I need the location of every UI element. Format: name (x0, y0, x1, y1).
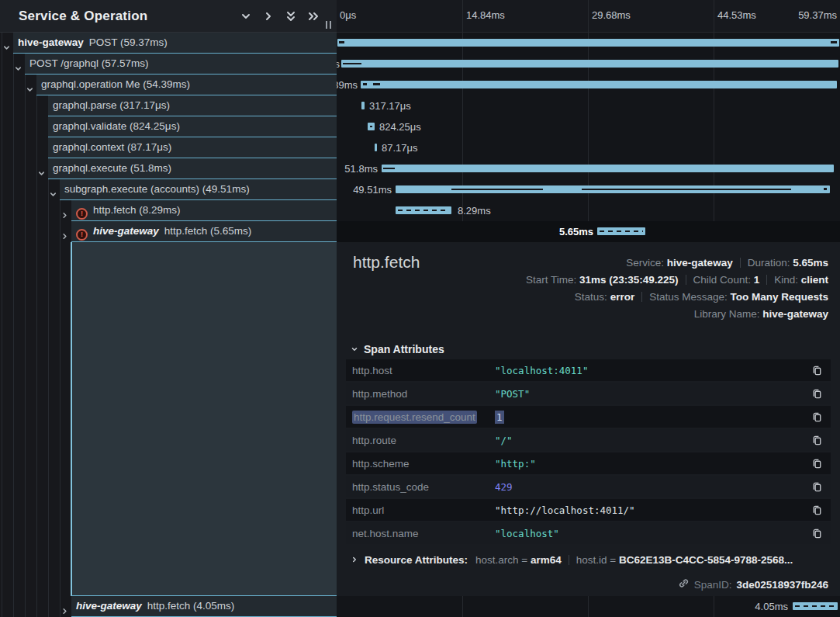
resource-attr-value: arm64 (531, 554, 562, 566)
duration-label: 317.17μs (369, 100, 411, 112)
span-row-graphql-validate[interactable]: graphql.validate (824.25μs) (48, 116, 337, 137)
chevrons-right-icon[interactable] (307, 10, 320, 23)
meta-line-4: Library Name: hive-gateway (526, 306, 828, 323)
span-row-subgraph-execute[interactable]: subgraph.execute (accounts) (49.51ms) (60, 179, 337, 200)
duration-label: 54.39ms (337, 79, 358, 91)
chevron-down-icon[interactable] (14, 60, 22, 80)
attr-key: net.host.name (352, 528, 495, 539)
duration-label: 8.29ms (458, 205, 491, 217)
span-bar[interactable] (341, 60, 838, 68)
span-row-hive-gateway-post[interactable]: hive-gatewayPOST (59.37ms) (13, 33, 337, 54)
chevron-right-icon[interactable] (60, 602, 69, 617)
link-icon[interactable] (678, 577, 690, 591)
timeline-row: 317.17μs (337, 95, 840, 116)
meta-start-time: 31ms (23:35:49.225) (579, 274, 679, 286)
span-bar[interactable] (337, 39, 839, 47)
attr-value: "http:" (495, 458, 811, 470)
attr-row: http.url "http://localhost:4011/" (346, 499, 831, 521)
meta-kind: client (801, 274, 828, 286)
attr-value: "localhost:4011" (495, 365, 811, 376)
attr-key: http.url (352, 504, 495, 516)
duration-label: 824.25μs (379, 121, 421, 133)
span-row-graphql-operation[interactable]: graphql.operation Me (54.39ms) (36, 75, 337, 95)
operation-name: graphql.operation Me (54.39ms) (41, 78, 190, 90)
chevron-right-icon[interactable] (60, 227, 69, 248)
resource-attr-key: host.id (576, 554, 607, 566)
span-bar[interactable] (597, 227, 645, 235)
service-name: hive-gateway (18, 36, 84, 48)
span-bar[interactable] (382, 165, 834, 172)
error-icon: ! (76, 229, 88, 241)
tick-label-4: 59.37ms (798, 9, 837, 21)
chevron-down-icon (351, 343, 358, 355)
selected-span-expansion (71, 242, 337, 596)
span-attributes-toggle[interactable]: Span Attributes (351, 343, 444, 355)
copy-icon[interactable] (811, 458, 823, 470)
span-bar[interactable] (375, 144, 377, 151)
chevrons-down-icon[interactable] (285, 10, 297, 23)
timeline-row: 57.57ms (337, 54, 840, 75)
chevron-right-icon[interactable] (60, 206, 69, 227)
chevron-right-icon[interactable] (262, 10, 275, 23)
copy-icon[interactable] (811, 504, 823, 516)
copy-icon[interactable] (811, 435, 823, 446)
copy-icon[interactable] (811, 411, 823, 423)
resource-attributes-toggle[interactable]: Resource Attributes:host.arch = arm64hos… (351, 554, 793, 566)
service-name: hive-gateway (76, 600, 142, 612)
span-title: http.fetch (353, 253, 420, 272)
attr-row: http.scheme "http:" (346, 452, 831, 474)
error-icon: ! (76, 208, 88, 220)
attr-value: "localhost" (495, 528, 811, 539)
span-row-graphql-execute[interactable]: graphql.execute (51.8ms) (48, 158, 337, 179)
attr-key: http.route (352, 435, 495, 446)
timeline-row: 49.51ms (337, 179, 840, 200)
timeline-row: 54.39ms (337, 75, 840, 95)
resource-attributes-title: Resource Attributes: (365, 554, 468, 566)
copy-icon[interactable] (811, 388, 823, 400)
operation-name: http.fetch (8.29ms) (93, 204, 181, 216)
span-row-post-graphql[interactable]: POST /graphql (57.57ms) (25, 54, 337, 75)
chevron-down-icon[interactable] (2, 39, 11, 59)
span-row-http-fetch-8ms[interactable]: !http.fetch (8.29ms) (71, 200, 337, 221)
operation-name: graphql.execute (51.8ms) (53, 162, 171, 174)
span-bar[interactable] (793, 602, 838, 610)
panel-resize-handle[interactable] (326, 21, 331, 29)
meta-status-message: Too Many Requests (730, 291, 828, 303)
attr-key: http.request.resend_count (352, 411, 477, 424)
attr-row: http.status_code 429 (346, 476, 831, 497)
duration-label: 57.57ms (337, 58, 340, 70)
attr-value: "/" (495, 435, 811, 446)
tick-label-0: 0μs (340, 9, 356, 21)
duration-label: 5.65ms (559, 226, 593, 237)
span-row-graphql-parse[interactable]: graphql.parse (317.17μs) (48, 95, 337, 116)
chevron-down-icon[interactable] (37, 165, 46, 185)
span-bar[interactable] (361, 102, 365, 109)
chevron-down-icon[interactable] (26, 81, 34, 101)
chevron-down-icon[interactable] (49, 185, 57, 206)
meta-service: hive-gateway (667, 257, 733, 269)
attr-value: "POST" (495, 388, 811, 400)
tick-label-3: 44.53ms (717, 9, 756, 21)
timeline-row: 824.25μs (337, 116, 840, 137)
span-bar[interactable] (368, 123, 375, 130)
copy-icon[interactable] (811, 365, 823, 376)
timeline-row-selected: 5.65ms (337, 221, 840, 242)
attr-row: http.method "POST" (346, 383, 831, 404)
span-row-graphql-context[interactable]: graphql.context (87.17μs) (48, 137, 337, 158)
chevron-down-icon[interactable] (240, 10, 252, 23)
meta-duration: 5.65ms (793, 257, 828, 269)
copy-icon[interactable] (811, 528, 823, 539)
operation-name: graphql.validate (824.25μs) (53, 120, 180, 132)
span-bar[interactable] (396, 185, 830, 193)
span-row-http-fetch-4ms[interactable]: hive-gatewayhttp.fetch (4.05ms) (71, 596, 337, 617)
span-id-value: 3de02518937fb246 (736, 579, 828, 591)
span-row-http-fetch-5ms-selected[interactable]: !hive-gatewayhttp.fetch (5.65ms) (71, 221, 337, 242)
duration-label: 4.05ms (755, 601, 788, 612)
resource-attr-value: BC62E13B-C4CC-5854-9788-2568... (619, 554, 793, 566)
attr-row: http.host "localhost:4011" (346, 359, 831, 381)
span-meta: Service: hive-gatewayDuration: 5.65ms St… (526, 255, 828, 323)
span-bar[interactable] (396, 206, 451, 214)
span-bar[interactable] (361, 81, 837, 88)
copy-icon[interactable] (811, 481, 823, 493)
operation-name: graphql.parse (317.17μs) (53, 99, 170, 111)
